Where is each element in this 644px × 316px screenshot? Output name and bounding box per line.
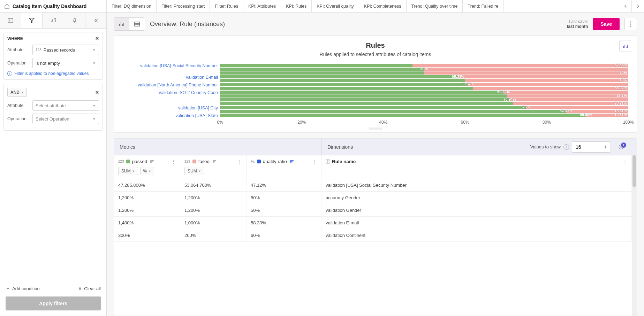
attribute-placeholder: Select attribute bbox=[36, 103, 66, 108]
operation-value: is not empty bbox=[36, 61, 60, 66]
table-cell: 300% bbox=[114, 229, 180, 241]
sidebar-tab-collapse[interactable] bbox=[85, 13, 106, 28]
sort-icon[interactable] bbox=[150, 160, 154, 163]
col-name: failed bbox=[198, 159, 210, 164]
table-cell: validation E-mail bbox=[321, 217, 632, 229]
type-badge-123: 123 bbox=[36, 48, 41, 52]
operation-select[interactable]: is not empty ▼ bbox=[32, 58, 99, 68]
save-button[interactable]: Save bbox=[593, 18, 620, 30]
col-menu-button[interactable]: ⋮ bbox=[623, 159, 627, 164]
sidebar-tab-chart[interactable] bbox=[43, 13, 64, 28]
chart-bar-row: 50% bbox=[220, 71, 628, 75]
tabs-next-button[interactable] bbox=[631, 0, 644, 12]
svg-point-3 bbox=[630, 21, 631, 22]
tabs-prev-button[interactable] bbox=[619, 0, 631, 12]
clear-all-button[interactable]: ✕ Clear all bbox=[78, 285, 101, 292]
col-menu-button[interactable]: ⋮ bbox=[312, 159, 317, 164]
workspace-tab[interactable]: Filter: Processing start bbox=[157, 0, 210, 12]
view-chart-button[interactable] bbox=[114, 18, 129, 30]
sidebar-tab-pin[interactable] bbox=[64, 13, 85, 28]
info-icon[interactable]: i bbox=[563, 144, 569, 150]
filter-body: WHERE ✕ Attribute 123 Passed records ▼ O… bbox=[0, 29, 106, 282]
table-cell: 47,285,800% bbox=[114, 179, 180, 191]
workspace-tab[interactable]: Filter: DQ dimension bbox=[107, 0, 157, 12]
table-cell: 1,200% bbox=[114, 192, 180, 204]
home-icon[interactable] bbox=[4, 3, 10, 9]
col-head-ratio: Fx quality ratio ⋮ bbox=[247, 155, 321, 179]
apply-filters-button[interactable]: Apply filters bbox=[6, 296, 101, 310]
agg-sum-chip[interactable]: SUM▼ bbox=[184, 167, 204, 175]
chart-x-tick: 100% bbox=[623, 120, 634, 125]
tab-nav-arrows bbox=[619, 0, 644, 12]
table-cell: validation Continent bbox=[321, 229, 632, 241]
values-input[interactable] bbox=[572, 144, 591, 150]
filter-info: i Filter is applied to non-agregated val… bbox=[7, 71, 99, 76]
sidebar-tab-text[interactable] bbox=[0, 13, 21, 28]
values-minus-button[interactable]: − bbox=[591, 142, 601, 152]
bar-fail-label: 28.21% bbox=[614, 101, 627, 105]
workspace-tab[interactable]: Filter: Rules bbox=[210, 0, 243, 12]
workspace-tab[interactable]: Trend: Quality over time bbox=[407, 0, 463, 12]
and-remove-icon[interactable]: ✕ bbox=[95, 90, 99, 95]
sidebar-tab-filter[interactable] bbox=[21, 13, 43, 28]
col-menu-button[interactable]: ⋮ bbox=[237, 159, 242, 164]
add-condition-button[interactable]: ＋ Add condition bbox=[6, 285, 40, 292]
chart-x-tick: 20% bbox=[297, 120, 306, 125]
table-cell: 58.33% bbox=[247, 217, 321, 229]
col-name: passed bbox=[132, 159, 147, 164]
chart-y-label: validation [North America] Phone Number bbox=[138, 81, 218, 89]
agg-sum-chip[interactable]: SUM▼ bbox=[118, 167, 138, 175]
more-menu-button[interactable] bbox=[624, 18, 637, 30]
where-remove-icon[interactable]: ✕ bbox=[95, 36, 99, 41]
chart-x-tick: 0% bbox=[217, 120, 223, 125]
metrics-panel: Metrics Dimensions Values to show i − + bbox=[114, 138, 637, 316]
workspace-tab[interactable]: Trend: Failed re bbox=[463, 0, 503, 12]
chevron-down-icon: ▼ bbox=[92, 61, 96, 65]
column-headers: 123 passed ⋮ SUM▼ %▼ bbox=[114, 155, 632, 179]
bar-pass-label: 50% bbox=[421, 67, 428, 71]
svg-point-4 bbox=[630, 23, 631, 24]
table-cell: 1,200% bbox=[180, 192, 247, 204]
bar-pass-label: 89.69% bbox=[580, 113, 592, 117]
attribute-select[interactable]: 123 Passed records ▼ bbox=[32, 45, 99, 55]
sort-icon[interactable] bbox=[212, 160, 217, 163]
table-cell: accuracy Gender bbox=[321, 192, 632, 204]
table-cell: 50% bbox=[247, 204, 321, 216]
table-cell: 1,200% bbox=[180, 204, 247, 216]
agg-pct-chip[interactable]: %▼ bbox=[140, 167, 154, 175]
col-menu-button[interactable]: ⋮ bbox=[171, 159, 176, 164]
workspace-tab[interactable]: KPI: Rules bbox=[281, 0, 312, 12]
bar-fail-label: 38.02% bbox=[614, 86, 627, 90]
scrollbar[interactable] bbox=[632, 155, 637, 316]
table-cell: 1,000% bbox=[180, 217, 247, 229]
data-rows: 47,285,800%53,064,700%47.12%validation [… bbox=[114, 179, 632, 316]
chart-y-labels: validation [USA] Social Security Numberv… bbox=[122, 63, 220, 117]
chart-type-button[interactable] bbox=[619, 40, 631, 52]
bar-fail-label: 40% bbox=[620, 78, 627, 82]
workspace-tab[interactable]: KPI: Completeness bbox=[359, 0, 407, 12]
rules-chart-card: Rules Rules applied to selected attribut… bbox=[114, 36, 637, 133]
operation-label: Operation bbox=[7, 116, 30, 121]
page-title: Catalog Item Quality Dashboard bbox=[13, 3, 86, 9]
bar-fail-label: 29.7% bbox=[616, 93, 627, 98]
operation-select-empty[interactable]: Select Operation ▼ bbox=[32, 114, 99, 124]
workspace-tab[interactable]: KPI: Attributes bbox=[243, 0, 281, 12]
toolbar: Overview: Rule (instances) Last save: la… bbox=[107, 13, 644, 36]
svg-rect-0 bbox=[8, 18, 13, 23]
view-table-button[interactable] bbox=[129, 18, 145, 30]
chart-x-tick: 80% bbox=[543, 120, 551, 125]
values-plus-button[interactable]: + bbox=[601, 142, 611, 152]
sort-icon[interactable] bbox=[290, 160, 294, 163]
operation-placeholder: Select Operation bbox=[36, 116, 69, 122]
chevron-down-icon: ▼ bbox=[92, 117, 96, 121]
main-area: Overview: Rule (instances) Last save: la… bbox=[107, 13, 644, 316]
svg-point-1 bbox=[54, 18, 55, 19]
chart-bar-row: 69.44% bbox=[220, 90, 628, 94]
settings-gear-button[interactable]: 1 bbox=[614, 144, 628, 150]
workspace-tab[interactable]: KPI: Overall quality bbox=[312, 0, 359, 12]
attribute-label: Attribute bbox=[7, 47, 30, 52]
resize-handle[interactable] bbox=[369, 128, 382, 130]
attribute-select-empty[interactable]: Select attribute ▼ bbox=[32, 100, 99, 111]
chart-bar-row: 58.33% bbox=[220, 75, 628, 79]
logic-and-chip[interactable]: AND ▼ bbox=[7, 88, 27, 97]
